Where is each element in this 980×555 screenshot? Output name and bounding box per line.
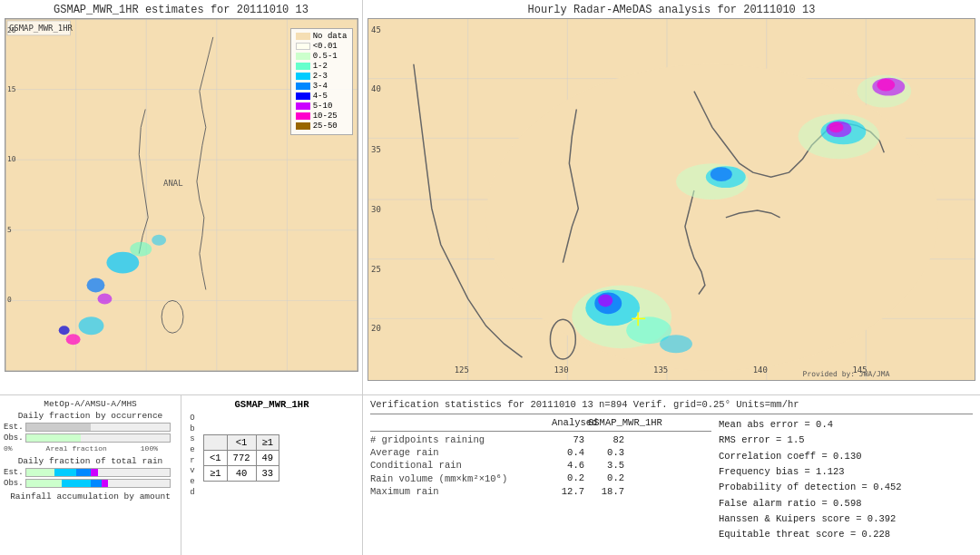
stats-val1-4: 12.7 (552, 486, 588, 497)
right-map-title: Hourly Radar-AMeDAS analysis for 2011101… (528, 0, 816, 18)
svg-point-11 (106, 252, 139, 274)
obs-label-occurrence: Obs. (4, 433, 24, 443)
est-bar-fill-occurrence (26, 424, 91, 431)
svg-text:35: 35 (371, 145, 381, 154)
stats-label-2: Conditional rain (370, 460, 552, 471)
svg-point-15 (65, 334, 80, 345)
error-stat-6: Hanssen & Kuipers score = 0.392 (719, 511, 973, 527)
stats-val2-0: 82 (588, 434, 624, 445)
svg-text:45: 45 (371, 25, 381, 34)
stats-col-gsmap: GSMAP_MWR_1HR (588, 417, 624, 428)
legend-item-10-25: 10-25 (296, 112, 348, 121)
legend-label-1-2: 1-2 (313, 62, 328, 71)
legend-label-5-10: 5-10 (313, 102, 333, 111)
stats-empty-label (370, 417, 552, 428)
legend-color-1-2 (296, 63, 310, 70)
legend-item-5-10: 5-10 (296, 102, 348, 111)
svg-text:140: 140 (753, 365, 768, 375)
obs-bar-fill-rain (26, 480, 170, 487)
stats-val1-1: 0.4 (552, 447, 588, 458)
stats-val2-2: 3.5 (588, 460, 624, 471)
legend-label-4-5: 4-5 (313, 92, 328, 101)
axis-end: 100% (141, 444, 158, 453)
axis-labels-occurrence: 0% Areal fraction 100% (4, 444, 158, 453)
svg-point-13 (97, 293, 112, 304)
legend-label-2-3: 2-3 (313, 72, 328, 81)
error-stat-1: RMS error = 1.5 (719, 433, 973, 448)
cont-cell-11: 33 (256, 465, 279, 481)
cont-row-label-gte1: ≥1 (204, 465, 228, 481)
axis-mid: Areal fraction (46, 444, 107, 453)
stats-label-3: Rain volume (mm×km²×10⁶) (370, 472, 552, 484)
cont-cell-10: 40 (227, 465, 256, 481)
svg-point-18 (152, 235, 166, 246)
est-bar-fill-rain (26, 469, 170, 476)
title-total-rain: Daily fraction of total rain (4, 456, 177, 466)
est-bar-occurrence (25, 423, 171, 432)
cont-row-gte1: ≥1 40 33 (204, 465, 279, 481)
legend-item-4-5: 4-5 (296, 92, 348, 101)
error-stat-7: Equitable threat score = 0.228 (719, 527, 973, 542)
stats-header-row: Analysed GSMAP_MWR_1HR (370, 417, 711, 428)
cont-row-lt1: <1 772 49 (204, 450, 279, 465)
legend-color-nodata (296, 33, 310, 40)
cont-header-lt1: <1 (227, 434, 256, 450)
svg-text:125: 125 (455, 365, 469, 375)
error-stat-5: False alarm ratio = 0.598 (719, 496, 973, 511)
legend-label-001: <0.01 (313, 42, 338, 51)
legend-color-5-10 (296, 102, 310, 110)
stats-table-area: Analysed GSMAP_MWR_1HR # gridpoints rain… (370, 417, 711, 543)
obs-label-rain: Obs. (4, 479, 24, 488)
error-stat-0: Mean abs error = 0.4 (719, 417, 973, 433)
legend-color-10-25 (296, 112, 310, 120)
left-map-title: GSMAP_MWR_1HR estimates for 20111010 13 (54, 0, 309, 18)
main-container: GSMAP_MWR_1HR estimates for 20111010 13 (0, 0, 980, 555)
top-section: GSMAP_MWR_1HR estimates for 20111010 13 (0, 0, 980, 394)
stats-row-3: Rain volume (mm×km²×10⁶) 0.2 0.2 (370, 472, 711, 484)
legend-item-3-4: 3-4 (296, 82, 348, 91)
cont-header-empty (204, 434, 228, 450)
error-stat-2: Correlation coeff = 0.130 (719, 449, 973, 464)
svg-text:135: 135 (653, 365, 668, 375)
est-label-occurrence: Est. (4, 423, 24, 432)
svg-text:30: 30 (371, 205, 381, 214)
legend-item-05-1: 0.5-1 (296, 52, 348, 61)
bottom-left-charts: MetOp-A/AMSU-A/MHS Daily fraction by occ… (0, 395, 181, 555)
svg-text:ANAL: ANAL (163, 179, 183, 188)
est-label-rain: Est. (4, 468, 24, 477)
error-stat-4: Probability of detection = 0.452 (719, 480, 973, 495)
stats-title: Verification statistics for 20111010 13 … (370, 399, 973, 410)
legend-color-4-5 (296, 92, 310, 100)
left-map-container: GSMAP_MWR_1HR ANAL 20 15 10 5 0 No data (5, 18, 358, 372)
svg-text:20: 20 (371, 324, 381, 333)
stats-row-0: # gridpoints raining 73 82 (370, 434, 711, 445)
legend-color-05-1 (296, 53, 310, 60)
stats-val2-1: 0.3 (588, 447, 624, 458)
title-occurrence: Daily fraction by occurrence (4, 411, 177, 421)
svg-point-45 (660, 335, 692, 353)
verification-stats-area: Verification statistics for 20111010 13 … (363, 395, 980, 555)
stats-divider (370, 414, 973, 414)
right-map-panel: Hourly Radar-AMeDAS analysis for 2011101… (363, 0, 980, 394)
svg-point-14 (78, 316, 103, 335)
legend-label-nodata: No data (313, 32, 348, 41)
legend-color-3-4 (296, 83, 310, 90)
contingency-wrapper: Observed <1 ≥1 <1 772 49 (185, 414, 358, 499)
svg-text:GSMAP_MWR_1HR: GSMAP_MWR_1HR (8, 24, 73, 33)
stats-row-1: Average rain 0.4 0.3 (370, 447, 711, 458)
svg-text:20: 20 (6, 26, 15, 34)
legend-item-2-3: 2-3 (296, 72, 348, 81)
svg-text:130: 130 (554, 365, 568, 375)
svg-text:5: 5 (6, 226, 11, 234)
svg-point-55 (877, 79, 895, 92)
legend-color-25-50 (296, 122, 310, 130)
legend-item-nodata: No data (296, 32, 348, 41)
svg-text:15: 15 (6, 85, 15, 93)
cont-cell-00: 772 (227, 450, 256, 465)
stats-val1-2: 4.6 (552, 460, 588, 471)
legend-label-05-1: 0.5-1 (313, 52, 338, 61)
stats-right-area: Mean abs error = 0.4 RMS error = 1.5 Cor… (719, 417, 973, 543)
cont-obs-label: Observed (185, 414, 200, 499)
cont-header-gte1: ≥1 (256, 434, 279, 450)
svg-point-16 (58, 326, 69, 335)
